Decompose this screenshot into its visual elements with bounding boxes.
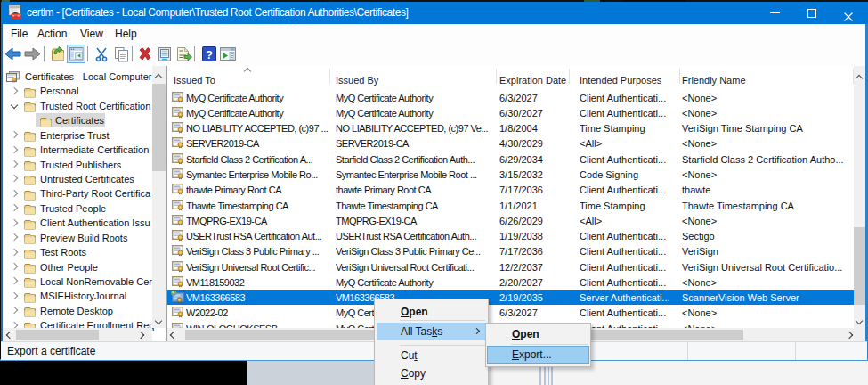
svg-text:?: ? xyxy=(206,48,213,61)
